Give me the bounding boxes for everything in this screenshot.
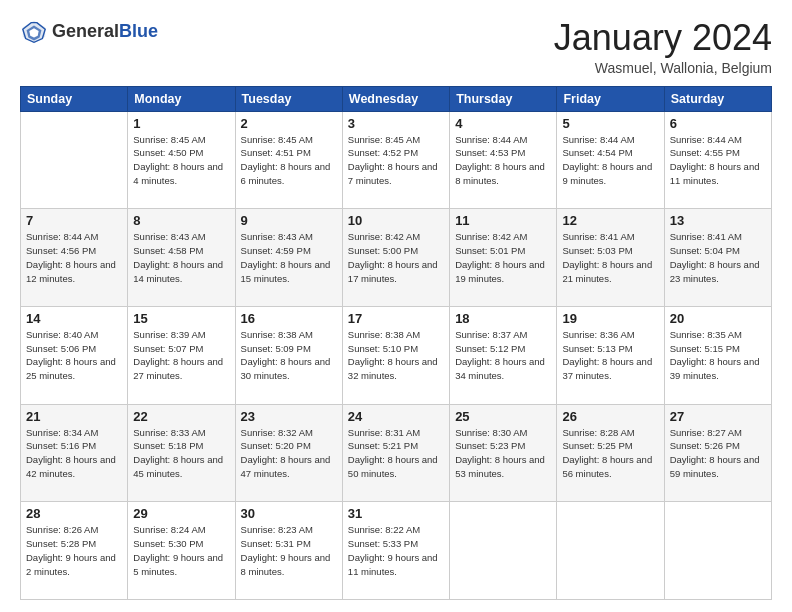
day-number: 19 <box>562 311 658 326</box>
calendar-cell: 4Sunrise: 8:44 AMSunset: 4:53 PMDaylight… <box>450 111 557 209</box>
day-info: Sunrise: 8:32 AMSunset: 5:20 PMDaylight:… <box>241 426 337 481</box>
day-number: 26 <box>562 409 658 424</box>
day-info: Sunrise: 8:33 AMSunset: 5:18 PMDaylight:… <box>133 426 229 481</box>
day-info: Sunrise: 8:38 AMSunset: 5:09 PMDaylight:… <box>241 328 337 383</box>
location: Wasmuel, Wallonia, Belgium <box>554 60 772 76</box>
logo: GeneralBlue <box>20 18 158 46</box>
header-monday: Monday <box>128 86 235 111</box>
calendar-cell: 31Sunrise: 8:22 AMSunset: 5:33 PMDayligh… <box>342 502 449 600</box>
day-info: Sunrise: 8:24 AMSunset: 5:30 PMDaylight:… <box>133 523 229 578</box>
calendar-table: Sunday Monday Tuesday Wednesday Thursday… <box>20 86 772 600</box>
calendar-cell: 22Sunrise: 8:33 AMSunset: 5:18 PMDayligh… <box>128 404 235 502</box>
day-info: Sunrise: 8:41 AMSunset: 5:04 PMDaylight:… <box>670 230 766 285</box>
month-title: January 2024 <box>554 18 772 58</box>
day-info: Sunrise: 8:45 AMSunset: 4:50 PMDaylight:… <box>133 133 229 188</box>
day-info: Sunrise: 8:35 AMSunset: 5:15 PMDaylight:… <box>670 328 766 383</box>
day-info: Sunrise: 8:22 AMSunset: 5:33 PMDaylight:… <box>348 523 444 578</box>
day-info: Sunrise: 8:43 AMSunset: 4:58 PMDaylight:… <box>133 230 229 285</box>
day-info: Sunrise: 8:23 AMSunset: 5:31 PMDaylight:… <box>241 523 337 578</box>
day-info: Sunrise: 8:44 AMSunset: 4:56 PMDaylight:… <box>26 230 122 285</box>
calendar-cell: 30Sunrise: 8:23 AMSunset: 5:31 PMDayligh… <box>235 502 342 600</box>
calendar-cell: 11Sunrise: 8:42 AMSunset: 5:01 PMDayligh… <box>450 209 557 307</box>
day-info: Sunrise: 8:45 AMSunset: 4:51 PMDaylight:… <box>241 133 337 188</box>
day-number: 25 <box>455 409 551 424</box>
day-info: Sunrise: 8:44 AMSunset: 4:54 PMDaylight:… <box>562 133 658 188</box>
day-number: 15 <box>133 311 229 326</box>
day-number: 1 <box>133 116 229 131</box>
day-number: 13 <box>670 213 766 228</box>
day-number: 3 <box>348 116 444 131</box>
calendar-cell: 15Sunrise: 8:39 AMSunset: 5:07 PMDayligh… <box>128 306 235 404</box>
calendar-cell: 29Sunrise: 8:24 AMSunset: 5:30 PMDayligh… <box>128 502 235 600</box>
day-info: Sunrise: 8:37 AMSunset: 5:12 PMDaylight:… <box>455 328 551 383</box>
header-wednesday: Wednesday <box>342 86 449 111</box>
day-info: Sunrise: 8:43 AMSunset: 4:59 PMDaylight:… <box>241 230 337 285</box>
calendar-row-3: 14Sunrise: 8:40 AMSunset: 5:06 PMDayligh… <box>21 306 772 404</box>
day-info: Sunrise: 8:42 AMSunset: 5:00 PMDaylight:… <box>348 230 444 285</box>
day-info: Sunrise: 8:27 AMSunset: 5:26 PMDaylight:… <box>670 426 766 481</box>
calendar-cell <box>21 111 128 209</box>
calendar-cell: 1Sunrise: 8:45 AMSunset: 4:50 PMDaylight… <box>128 111 235 209</box>
logo-text: GeneralBlue <box>52 22 158 42</box>
day-info: Sunrise: 8:34 AMSunset: 5:16 PMDaylight:… <box>26 426 122 481</box>
calendar-cell: 2Sunrise: 8:45 AMSunset: 4:51 PMDaylight… <box>235 111 342 209</box>
day-number: 2 <box>241 116 337 131</box>
header: GeneralBlue January 2024 Wasmuel, Wallon… <box>20 18 772 76</box>
calendar-cell: 24Sunrise: 8:31 AMSunset: 5:21 PMDayligh… <box>342 404 449 502</box>
day-number: 16 <box>241 311 337 326</box>
calendar-row-5: 28Sunrise: 8:26 AMSunset: 5:28 PMDayligh… <box>21 502 772 600</box>
day-info: Sunrise: 8:44 AMSunset: 4:53 PMDaylight:… <box>455 133 551 188</box>
calendar-cell: 17Sunrise: 8:38 AMSunset: 5:10 PMDayligh… <box>342 306 449 404</box>
day-number: 22 <box>133 409 229 424</box>
logo-icon <box>20 18 48 46</box>
calendar-cell: 13Sunrise: 8:41 AMSunset: 5:04 PMDayligh… <box>664 209 771 307</box>
calendar-cell: 10Sunrise: 8:42 AMSunset: 5:00 PMDayligh… <box>342 209 449 307</box>
day-number: 10 <box>348 213 444 228</box>
day-info: Sunrise: 8:39 AMSunset: 5:07 PMDaylight:… <box>133 328 229 383</box>
day-info: Sunrise: 8:36 AMSunset: 5:13 PMDaylight:… <box>562 328 658 383</box>
calendar-cell: 8Sunrise: 8:43 AMSunset: 4:58 PMDaylight… <box>128 209 235 307</box>
page: GeneralBlue January 2024 Wasmuel, Wallon… <box>0 0 792 612</box>
header-saturday: Saturday <box>664 86 771 111</box>
calendar-cell: 3Sunrise: 8:45 AMSunset: 4:52 PMDaylight… <box>342 111 449 209</box>
day-number: 27 <box>670 409 766 424</box>
calendar-row-2: 7Sunrise: 8:44 AMSunset: 4:56 PMDaylight… <box>21 209 772 307</box>
calendar-cell: 18Sunrise: 8:37 AMSunset: 5:12 PMDayligh… <box>450 306 557 404</box>
calendar-cell: 9Sunrise: 8:43 AMSunset: 4:59 PMDaylight… <box>235 209 342 307</box>
calendar-cell: 12Sunrise: 8:41 AMSunset: 5:03 PMDayligh… <box>557 209 664 307</box>
calendar-cell <box>450 502 557 600</box>
calendar-row-1: 1Sunrise: 8:45 AMSunset: 4:50 PMDaylight… <box>21 111 772 209</box>
calendar-cell: 25Sunrise: 8:30 AMSunset: 5:23 PMDayligh… <box>450 404 557 502</box>
calendar-cell: 21Sunrise: 8:34 AMSunset: 5:16 PMDayligh… <box>21 404 128 502</box>
title-block: January 2024 Wasmuel, Wallonia, Belgium <box>554 18 772 76</box>
day-info: Sunrise: 8:40 AMSunset: 5:06 PMDaylight:… <box>26 328 122 383</box>
day-number: 17 <box>348 311 444 326</box>
day-number: 14 <box>26 311 122 326</box>
day-info: Sunrise: 8:44 AMSunset: 4:55 PMDaylight:… <box>670 133 766 188</box>
day-number: 31 <box>348 506 444 521</box>
calendar-cell: 26Sunrise: 8:28 AMSunset: 5:25 PMDayligh… <box>557 404 664 502</box>
day-number: 24 <box>348 409 444 424</box>
day-number: 11 <box>455 213 551 228</box>
day-number: 18 <box>455 311 551 326</box>
day-info: Sunrise: 8:42 AMSunset: 5:01 PMDaylight:… <box>455 230 551 285</box>
day-info: Sunrise: 8:45 AMSunset: 4:52 PMDaylight:… <box>348 133 444 188</box>
calendar-cell: 7Sunrise: 8:44 AMSunset: 4:56 PMDaylight… <box>21 209 128 307</box>
calendar-cell: 27Sunrise: 8:27 AMSunset: 5:26 PMDayligh… <box>664 404 771 502</box>
day-number: 20 <box>670 311 766 326</box>
day-number: 6 <box>670 116 766 131</box>
calendar-row-4: 21Sunrise: 8:34 AMSunset: 5:16 PMDayligh… <box>21 404 772 502</box>
header-tuesday: Tuesday <box>235 86 342 111</box>
calendar-cell: 28Sunrise: 8:26 AMSunset: 5:28 PMDayligh… <box>21 502 128 600</box>
day-info: Sunrise: 8:31 AMSunset: 5:21 PMDaylight:… <box>348 426 444 481</box>
calendar-cell <box>557 502 664 600</box>
day-info: Sunrise: 8:41 AMSunset: 5:03 PMDaylight:… <box>562 230 658 285</box>
day-number: 5 <box>562 116 658 131</box>
day-number: 29 <box>133 506 229 521</box>
day-number: 4 <box>455 116 551 131</box>
day-info: Sunrise: 8:26 AMSunset: 5:28 PMDaylight:… <box>26 523 122 578</box>
weekday-header-row: Sunday Monday Tuesday Wednesday Thursday… <box>21 86 772 111</box>
calendar-cell: 16Sunrise: 8:38 AMSunset: 5:09 PMDayligh… <box>235 306 342 404</box>
day-number: 8 <box>133 213 229 228</box>
day-info: Sunrise: 8:28 AMSunset: 5:25 PMDaylight:… <box>562 426 658 481</box>
